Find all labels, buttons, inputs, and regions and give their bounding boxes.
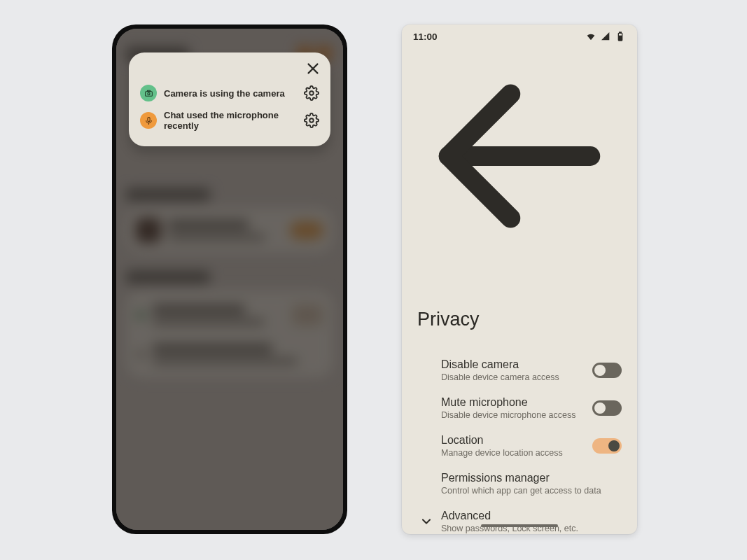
setting-subtitle: Disable device camera access: [441, 372, 584, 382]
svg-point-8: [309, 118, 314, 122]
svg-rect-6: [147, 117, 149, 121]
setting-title: Location: [441, 434, 584, 447]
setting-disable-camera[interactable]: Disable camera Disable device camera acc…: [402, 351, 637, 389]
svg-point-5: [309, 91, 314, 95]
indicator-text: Chat used the microphone recently: [164, 110, 297, 131]
status-bar: 11:00: [402, 24, 637, 48]
setting-title: Advanced: [441, 510, 613, 522]
toggle-disable-camera[interactable]: [592, 363, 622, 378]
gear-icon[interactable]: [304, 113, 319, 128]
battery-icon: [615, 31, 626, 42]
privacy-indicators-popup: Camera is using the camera Chat used the…: [129, 52, 330, 146]
cellular-icon: [600, 31, 611, 42]
setting-title: Mute microphone: [441, 396, 584, 409]
settings-list: Disable camera Disable device camera acc…: [402, 342, 637, 534]
toggle-location[interactable]: [592, 438, 622, 454]
setting-title: Permissions manager: [441, 472, 613, 484]
gear-icon[interactable]: [304, 85, 319, 101]
back-icon[interactable]: [413, 253, 626, 265]
status-icons: [585, 31, 626, 42]
page-title: Privacy: [402, 265, 637, 342]
camera-icon: [140, 85, 157, 102]
setting-title: Disable camera: [441, 358, 584, 371]
indicator-row-camera[interactable]: Camera is using the camera: [139, 80, 321, 106]
close-icon[interactable]: [305, 61, 321, 76]
toggle-mute-microphone[interactable]: [592, 400, 622, 416]
setting-permissions-manager[interactable]: Permissions manager Control which app ca…: [402, 465, 637, 503]
svg-rect-4: [147, 90, 150, 92]
status-time: 11:00: [413, 31, 438, 42]
setting-subtitle: Control which app can get access to data: [441, 486, 613, 496]
svg-rect-11: [619, 36, 622, 40]
svg-rect-2: [145, 91, 152, 96]
microphone-icon: [140, 112, 157, 129]
setting-subtitle: Disable device microphone access: [441, 410, 584, 420]
wifi-icon: [585, 31, 596, 42]
phone-screen: Camera is using the camera Chat used the…: [116, 29, 343, 530]
setting-advanced[interactable]: Advanced Show passwords, Lock screen, et…: [402, 503, 637, 534]
chevron-down-icon: [417, 514, 435, 528]
setting-location[interactable]: Location Manage device location access: [402, 427, 637, 465]
setting-mute-microphone[interactable]: Mute microphone Disable device microphon…: [402, 389, 637, 427]
indicator-text: Camera is using the camera: [164, 88, 297, 99]
gesture-nav-bar[interactable]: [481, 524, 558, 527]
phone-mockup-privacy-settings: 11:00 Privacy Disable camera Disable dev…: [402, 24, 637, 534]
svg-rect-10: [620, 32, 622, 33]
phone-mockup-permissions-popup: Camera is using the camera Chat used the…: [112, 24, 347, 534]
svg-point-3: [147, 92, 149, 94]
setting-subtitle: Manage device location access: [441, 448, 584, 458]
indicator-row-microphone[interactable]: Chat used the microphone recently: [139, 106, 321, 135]
